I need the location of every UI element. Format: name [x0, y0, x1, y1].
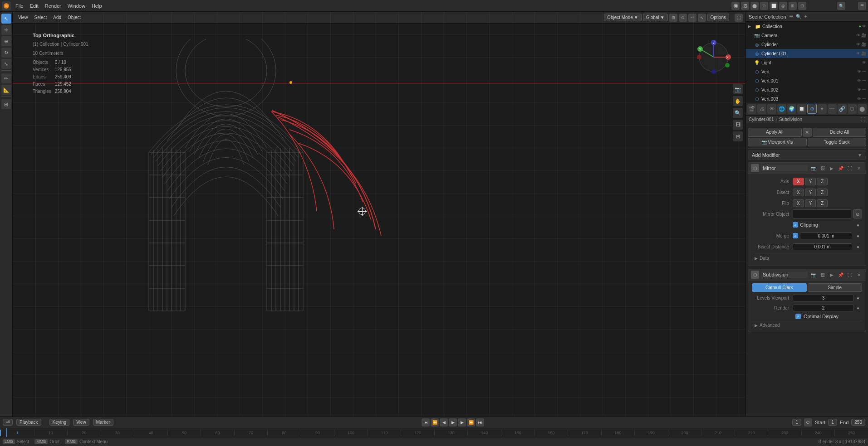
- outliner-item-collection[interactable]: ▶ 📁 Collection ● 👁: [746, 22, 868, 31]
- optimal-display-check[interactable]: ✓: [795, 314, 801, 319]
- levels-viewport-pin[interactable]: ●: [854, 294, 862, 302]
- mirror-axis-y[interactable]: Y: [805, 178, 816, 185]
- jump-to-start-btn[interactable]: ⏮: [422, 418, 430, 427]
- playback-mode-btn[interactable]: ⏎: [3, 419, 13, 426]
- mirror-merge-pin[interactable]: ●: [854, 232, 862, 240]
- menu-help[interactable]: Help: [89, 2, 105, 10]
- mirror-vis-icon[interactable]: 📷: [809, 164, 818, 172]
- mirror-axis-z[interactable]: Z: [817, 178, 828, 185]
- menu-render[interactable]: Render: [42, 2, 64, 10]
- filter-icon[interactable]: ☰: [858, 2, 866, 10]
- rotate-tool[interactable]: ↻: [1, 48, 11, 58]
- hand-icon[interactable]: ✋: [733, 96, 743, 106]
- apply-all-x-btn[interactable]: ✕: [803, 128, 812, 137]
- viewport-gizmo[interactable]: X Y Z: [696, 39, 732, 75]
- outliner-item-vert001[interactable]: ⬡ Vert.001 👁 〜: [746, 76, 868, 85]
- mirror-close-icon[interactable]: ✕: [855, 164, 863, 172]
- subdiv-expand-icon[interactable]: ⛶: [846, 271, 854, 279]
- add-modifier-row[interactable]: Add Modifier ▼: [748, 150, 866, 160]
- subdiv-vis-icon[interactable]: 📷: [809, 271, 818, 279]
- apply-all-button[interactable]: Apply All: [748, 128, 802, 137]
- mirror-clipping-pin[interactable]: ●: [854, 221, 862, 229]
- props-tab-modifiers[interactable]: ⚙: [807, 104, 816, 114]
- mirror-bisect-y[interactable]: Y: [805, 189, 816, 196]
- annotate-tool[interactable]: ✏: [1, 73, 11, 83]
- mirror-bisect-z[interactable]: Z: [817, 189, 828, 196]
- current-frame-input[interactable]: 1: [792, 419, 801, 426]
- timeline-ruler[interactable]: 1 10 20 30 40 50 60 70 80 90 100 110 120…: [0, 428, 868, 437]
- grid-icon[interactable]: ⊞: [733, 131, 743, 141]
- mirror-merge-check[interactable]: ✓: [793, 233, 798, 238]
- outliner-filter-icon[interactable]: ☰: [788, 14, 794, 20]
- xray-icon[interactable]: ⬜: [770, 2, 778, 10]
- mirror-clipping-check[interactable]: ✓: [793, 222, 798, 228]
- end-frame-input[interactable]: 250: [851, 419, 865, 426]
- viewport-3d[interactable]: View Select Add Object Object Mode ▼ Glo…: [13, 12, 745, 416]
- toggle-stack-btn[interactable]: Toggle Stack: [808, 138, 867, 146]
- keying-btn[interactable]: Keying: [49, 419, 70, 426]
- subdiv-render-icon[interactable]: 🖼: [819, 271, 827, 279]
- outliner-item-vert[interactable]: ⬡ Vert 👁 〜: [746, 67, 868, 76]
- menu-window[interactable]: Window: [65, 2, 88, 10]
- jump-to-end-btn[interactable]: ⏭: [476, 418, 484, 427]
- outliner-item-cylinder001[interactable]: ◎ Cylinder.001 👁 🎥: [746, 49, 868, 58]
- props-tab-view[interactable]: 👁: [767, 104, 776, 114]
- cycles-icon[interactable]: 🔘: [731, 2, 740, 10]
- props-tab-world[interactable]: 🌍: [787, 104, 796, 114]
- outliner-search-icon[interactable]: 🔍: [795, 14, 802, 20]
- select-tool[interactable]: ↖: [1, 14, 11, 24]
- view-btn[interactable]: View: [73, 419, 89, 426]
- camera-view-icon[interactable]: 📷: [733, 84, 743, 94]
- overlay-icon[interactable]: ⊙: [760, 2, 768, 10]
- outliner-item-light[interactable]: 💡 Light 👁: [746, 58, 868, 67]
- props-tab-object[interactable]: 🔲: [797, 104, 806, 114]
- props-tab-scene[interactable]: 🌐: [777, 104, 786, 114]
- outliner-item-vert002[interactable]: ⬡ Vert.002 👁 〜: [746, 85, 868, 94]
- subdiv-close-icon[interactable]: ✕: [855, 271, 863, 279]
- add-tool[interactable]: ⊞: [1, 99, 11, 109]
- mirror-object-input[interactable]: [793, 209, 851, 218]
- outliner-item-vert003[interactable]: ⬡ Vert.003 👁 〜: [746, 94, 868, 102]
- props-tab-constraints[interactable]: 🔗: [838, 104, 847, 114]
- measure-tool[interactable]: 📐: [1, 85, 11, 95]
- playback-btn[interactable]: Playback: [16, 419, 41, 426]
- step-back-btn[interactable]: ◀: [440, 418, 448, 427]
- delete-all-button[interactable]: Delete All: [813, 128, 867, 137]
- mirror-bisect-x[interactable]: X: [793, 189, 804, 196]
- mirror-bisectdist-input[interactable]: 0.001 m: [793, 243, 852, 250]
- levels-viewport-input[interactable]: 3: [793, 295, 854, 301]
- play-btn[interactable]: ▶: [449, 418, 457, 427]
- render-levels-input[interactable]: 2: [793, 305, 854, 311]
- step-fwd-btn[interactable]: ▶: [458, 418, 466, 427]
- subdiv-realtime-icon[interactable]: ▶: [828, 271, 836, 279]
- props-tab-physics[interactable]: 〰: [828, 104, 837, 114]
- marker-btn[interactable]: Marker: [93, 419, 113, 426]
- zoom-icon[interactable]: 🔍: [733, 108, 743, 118]
- props-tab-render[interactable]: 🎬: [747, 104, 756, 114]
- prev-keyframe-btn[interactable]: ⏪: [431, 418, 439, 427]
- outliner-item-cylinder[interactable]: ◎ Cylinder 👁 🎥: [746, 40, 868, 49]
- scale-tool[interactable]: ⤡: [1, 59, 11, 69]
- prop1-icon[interactable]: ◎: [779, 2, 787, 10]
- mirror-realtime-icon[interactable]: ▶: [828, 164, 836, 172]
- menu-edit[interactable]: Edit: [27, 2, 41, 10]
- outliner-item-camera[interactable]: 📷 Camera 👁 🎥: [746, 31, 868, 40]
- simple-btn[interactable]: Simple: [808, 283, 863, 292]
- move-tool[interactable]: ⊕: [1, 36, 11, 46]
- advanced-toggle[interactable]: ▶ Advanced: [752, 321, 862, 329]
- frame-rate-icon[interactable]: ⏱: [804, 418, 812, 427]
- cursor-tool[interactable]: ✛: [1, 25, 11, 35]
- catmull-clark-btn[interactable]: Catmull-Clark: [752, 283, 807, 292]
- mirror-expand-icon[interactable]: ⛶: [846, 164, 854, 172]
- props-tab-material[interactable]: ⬤: [858, 104, 867, 114]
- shading-icon[interactable]: ⬤: [750, 2, 759, 10]
- mirror-axis-x[interactable]: X: [793, 178, 804, 185]
- next-keyframe-btn[interactable]: ⏩: [467, 418, 475, 427]
- viewport-vis-btn[interactable]: 📷 Viewport Vis: [748, 138, 807, 146]
- outliner-add-icon[interactable]: +: [803, 14, 809, 20]
- render-levels-pin[interactable]: ●: [854, 304, 862, 312]
- props-tab-output[interactable]: 🖨: [757, 104, 766, 114]
- search-icon[interactable]: 🔍: [837, 2, 845, 10]
- mirror-merge-input[interactable]: 0.001 m: [800, 233, 852, 239]
- prop2-icon[interactable]: ⊞: [789, 2, 797, 10]
